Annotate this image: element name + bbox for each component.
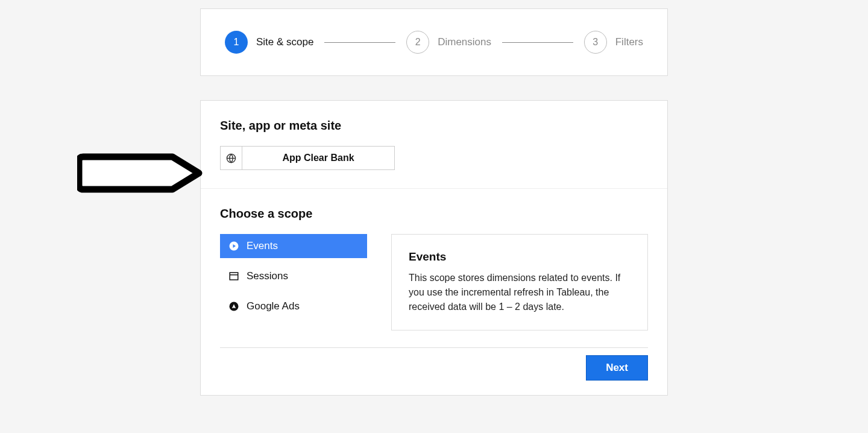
step-filters[interactable]: 3 Filters: [584, 31, 643, 54]
site-selector[interactable]: App Clear Bank: [220, 146, 395, 170]
scope-item-label: Events: [247, 240, 278, 252]
scope-section: Choose a scope Events: [201, 189, 667, 395]
step-number-1: 1: [225, 31, 248, 54]
step-site-scope[interactable]: 1 Site & scope: [225, 31, 313, 54]
step-number-3: 3: [584, 31, 607, 54]
scope-item-events[interactable]: Events: [220, 234, 367, 258]
svg-rect-2: [230, 273, 238, 280]
scope-description-panel: Events This scope stores dimensions rela…: [391, 234, 648, 330]
step-label-1: Site & scope: [256, 36, 313, 48]
step-connector: [324, 42, 395, 43]
step-connector: [502, 42, 573, 43]
scope-list: Events Sessions: [220, 234, 367, 330]
next-button[interactable]: Next: [586, 355, 648, 381]
google-ads-icon: [228, 301, 239, 312]
callout-arrow-annotation: [77, 153, 204, 193]
scope-item-label: Sessions: [247, 270, 288, 282]
site-section-title: Site, app or meta site: [220, 119, 648, 133]
scope-description-text: This scope stores dimensions related to …: [409, 271, 631, 314]
play-circle-icon: [228, 241, 239, 251]
window-icon: [228, 271, 239, 282]
scope-section-title: Choose a scope: [220, 207, 648, 221]
stepper: 1 Site & scope 2 Dimensions 3 Filters: [200, 8, 668, 76]
scope-description-title: Events: [409, 250, 631, 264]
step-dimensions[interactable]: 2 Dimensions: [406, 31, 491, 54]
scope-item-label: Google Ads: [247, 300, 300, 312]
footer-actions: Next: [220, 347, 648, 381]
scope-item-sessions[interactable]: Sessions: [220, 264, 367, 288]
site-section: Site, app or meta site App Clear Bank: [201, 101, 667, 189]
site-selector-value: App Clear Bank: [242, 147, 394, 169]
step-number-2: 2: [406, 31, 429, 54]
step-label-3: Filters: [615, 36, 643, 48]
main-config-card: Site, app or meta site App Clear Bank Ch…: [200, 100, 668, 396]
scope-item-google-ads[interactable]: Google Ads: [220, 294, 367, 318]
step-label-2: Dimensions: [438, 36, 491, 48]
globe-icon: [221, 147, 242, 169]
